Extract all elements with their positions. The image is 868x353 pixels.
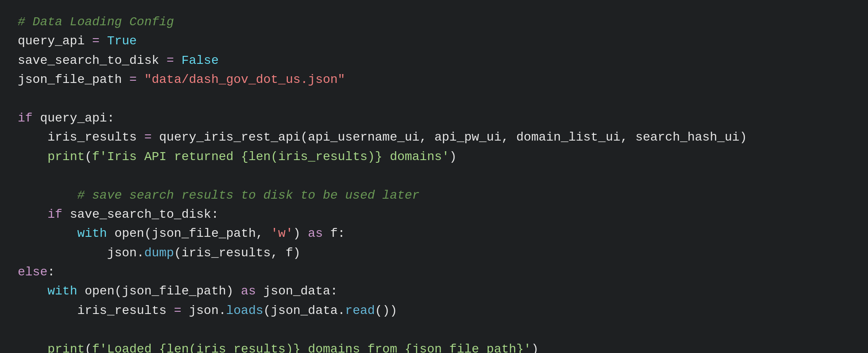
code-line-15: with open(json_file_path) as json_data: [18, 282, 850, 301]
code-line-10: # save search results to disk to be used… [18, 186, 850, 205]
code-line-1: # Data Loading Config [18, 12, 850, 31]
code-line-17 [18, 320, 850, 339]
code-line-13: json.dump(iris_results, f) [18, 243, 850, 263]
code-line-14: else: [18, 263, 850, 282]
code-line-6: if query_api: [18, 109, 850, 128]
code-line-9 [18, 166, 850, 185]
code-line-4: json_file_path = "data/dash_gov_dot_us.j… [18, 70, 850, 89]
code-line-5 [18, 90, 850, 109]
code-line-11: if save_search_to_disk: [18, 205, 850, 224]
code-line-18: print(f'Loaded {len(iris_results)} domai… [18, 340, 850, 353]
code-editor: # Data Loading Config query_api = True s… [0, 0, 868, 353]
code-line-7: iris_results = query_iris_rest_api(api_u… [18, 128, 850, 147]
code-line-8: print(f'Iris API returned {len(iris_resu… [18, 147, 850, 166]
code-line-12: with open(json_file_path, 'w') as f: [18, 224, 850, 243]
code-line-2: query_api = True [18, 31, 850, 51]
code-line-3: save_search_to_disk = False [18, 51, 850, 70]
code-line-16: iris_results = json.loads(json_data.read… [18, 301, 850, 320]
